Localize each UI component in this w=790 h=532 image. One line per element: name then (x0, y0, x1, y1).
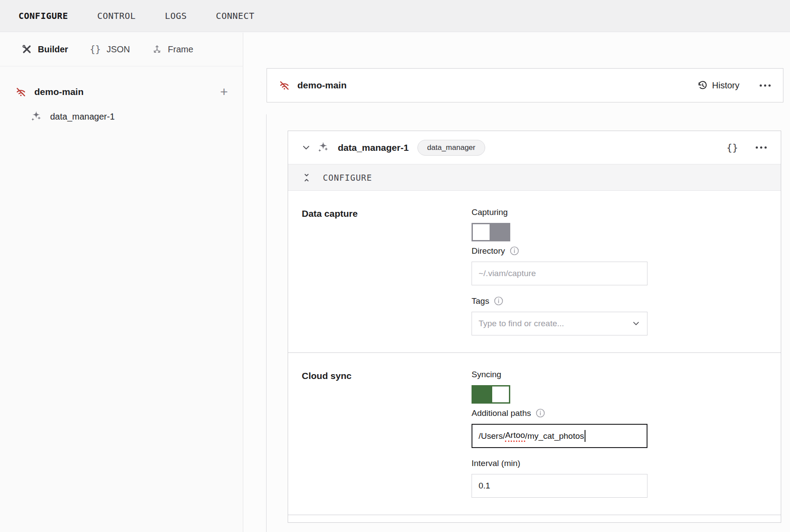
machine-card-title: demo-main (297, 80, 347, 91)
resource-tree: demo-main + data_manager-1 (0, 66, 243, 125)
section-title: Cloud sync (302, 370, 472, 498)
ellipsis-icon (756, 146, 758, 149)
tags-placeholder: Type to find or create... (479, 319, 564, 328)
tree-item-data-manager[interactable]: data_manager-1 (0, 108, 243, 125)
capturing-label: Capturing (472, 208, 508, 217)
next-section-edge (288, 514, 781, 522)
path-suffix: /my_cat_photos (525, 431, 584, 441)
tab-frame-label: Frame (168, 44, 194, 55)
chevron-down-icon[interactable] (301, 143, 311, 153)
component-list-rail: data_manager-1 data_manager {} CONFIGURE… (266, 114, 790, 532)
section-title: Data capture (302, 208, 472, 335)
configure-bar-label: CONFIGURE (323, 173, 372, 182)
history-label: History (712, 80, 739, 91)
configure-section-bar[interactable]: CONFIGURE (288, 164, 781, 191)
main-content: demo-main History data_manager-1 data_ma… (244, 33, 790, 532)
path-misspelled-word: Artoo (505, 430, 525, 442)
additional-paths-input[interactable]: /Users/Artoo/my_cat_photos (472, 424, 647, 448)
machine-name: demo-main (34, 87, 84, 97)
tab-builder[interactable]: Builder (22, 44, 68, 55)
syncing-toggle[interactable] (472, 385, 510, 404)
section-cloud-sync: Cloud sync Syncing Additional paths (288, 352, 781, 514)
info-icon[interactable] (535, 408, 545, 418)
tab-configure[interactable]: CONFIGURE (18, 11, 68, 21)
tags-select[interactable]: Type to find or create... (472, 312, 647, 335)
sidebar: Builder {} JSON Frame demo-main + data_m… (0, 33, 243, 532)
tags-label: Tags (472, 296, 489, 306)
wifi-off-icon (15, 86, 27, 98)
braces-icon: {} (90, 44, 101, 55)
interval-input[interactable] (472, 474, 647, 498)
syncing-label: Syncing (472, 370, 501, 379)
component-card-header: data_manager-1 data_manager {} (288, 131, 781, 164)
interval-label: Interval (min) (472, 459, 520, 468)
wifi-off-icon (278, 80, 290, 91)
tools-icon (22, 44, 32, 55)
collapse-icon (302, 173, 311, 182)
path-prefix: /Users/ (479, 431, 505, 441)
directory-input[interactable] (472, 262, 647, 285)
sparkles-icon (32, 111, 43, 122)
history-icon (697, 80, 708, 91)
tab-control[interactable]: CONTROL (97, 11, 136, 21)
tab-json[interactable]: {} JSON (90, 44, 130, 55)
additional-paths-label: Additional paths (472, 408, 531, 418)
component-card-data-manager: data_manager-1 data_manager {} CONFIGURE… (288, 131, 781, 523)
tab-json-label: JSON (106, 44, 130, 55)
text-caret (585, 430, 585, 442)
tree-item-label: data_manager-1 (50, 112, 115, 122)
component-menu-button[interactable] (755, 144, 768, 151)
component-type-badge: data_manager (417, 140, 485, 156)
tab-frame[interactable]: Frame (152, 44, 194, 55)
tab-connect[interactable]: CONNECT (216, 11, 255, 21)
tree-item-machine[interactable]: demo-main + (0, 81, 243, 102)
machine-card: demo-main History (267, 68, 783, 102)
tab-logs[interactable]: LOGS (165, 11, 187, 21)
machine-menu-button[interactable] (759, 82, 772, 89)
directory-label: Directory (472, 246, 505, 256)
view-json-button[interactable]: {} (727, 142, 739, 153)
info-icon[interactable] (509, 246, 519, 256)
tab-builder-label: Builder (38, 44, 68, 55)
sparkles-icon (318, 142, 330, 153)
history-button[interactable]: History (697, 80, 739, 91)
add-component-button[interactable]: + (217, 85, 230, 98)
section-data-capture: Data capture Capturing Directory (288, 191, 781, 352)
top-nav: CONFIGURE CONTROL LOGS CONNECT (0, 0, 790, 32)
info-icon[interactable] (494, 296, 504, 306)
capturing-toggle[interactable] (472, 223, 510, 241)
component-title: data_manager-1 (338, 142, 409, 153)
frame-axes-icon (152, 44, 162, 55)
sidebar-tab-bar: Builder {} JSON Frame (0, 33, 243, 66)
ellipsis-icon (760, 84, 762, 87)
chevron-down-icon (632, 319, 640, 328)
